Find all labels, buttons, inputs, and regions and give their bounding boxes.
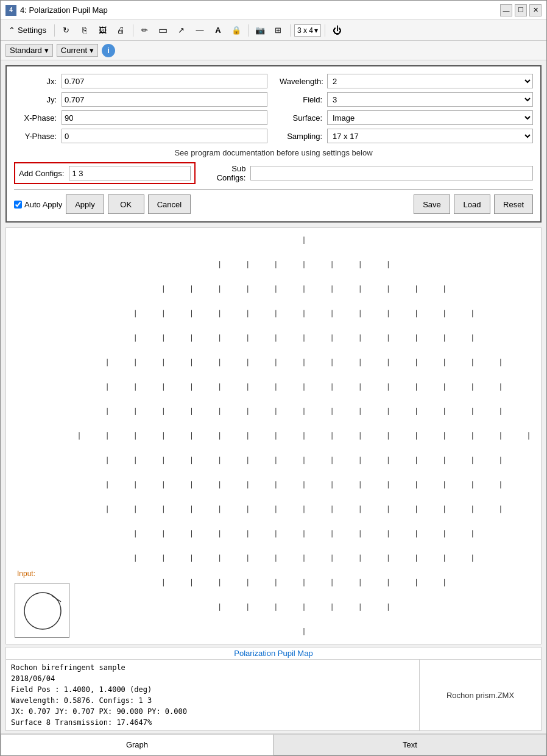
power-button[interactable]: ⏻ (329, 23, 345, 38)
window-title: 4: Polarization Pupil Map (20, 5, 108, 15)
sampling-label: Sampling: (280, 132, 322, 141)
sampling-row: Sampling: 17 x 17 (280, 129, 533, 143)
bottom-tabs: Graph Text (1, 733, 546, 755)
tab-graph[interactable]: Graph (1, 734, 274, 755)
info-line-5: JX: 0.707 JY: 0.707 PX: 90.000 PY: 0.000 (11, 706, 414, 717)
circle-diagram-svg (15, 583, 69, 638)
standard-dropdown[interactable]: Standard ▾ (5, 44, 53, 57)
yphase-row: Y-Phase: (14, 129, 267, 143)
add-configs-input[interactable] (69, 166, 191, 180)
second-toolbar: Standard ▾ Current ▾ i (1, 41, 546, 60)
save-image-button[interactable]: 🖼 (95, 23, 111, 38)
copy-icon: ⎘ (82, 26, 87, 35)
configs-row: Add Configs: Sub Configs: (14, 162, 533, 184)
add-configs-label: Add Configs: (19, 169, 64, 178)
load-button[interactable]: Load (454, 194, 490, 214)
grid-chevron-icon: ▾ (314, 26, 318, 35)
jy-label: Jy: (14, 95, 57, 104)
divider (14, 189, 533, 190)
toolbar-separator-4 (290, 24, 291, 37)
rect-button[interactable]: ▭ (155, 23, 171, 38)
info-text-block: Rochon birefringent sample 2018/06/04 Fi… (6, 660, 419, 730)
field-select[interactable]: 3 (327, 92, 533, 107)
lock-button[interactable]: 🔒 (228, 23, 244, 38)
apply-button[interactable]: Apply (66, 194, 104, 214)
xphase-row: X-Phase: (14, 110, 267, 125)
print-icon: 🖨 (117, 26, 125, 35)
info-line-4: Wavelength: 0.5876. Configs: 1 3 (11, 695, 414, 706)
toolbar-separator-2 (133, 24, 133, 37)
copy-button[interactable]: ⎘ (77, 23, 93, 38)
info-title: Polarization Pupil Map (6, 647, 541, 660)
ok-button[interactable]: OK (108, 194, 144, 214)
settings-panel: Jx: Jy: X-Phase: Y-Phase: (5, 65, 542, 223)
input-polarization-circle (15, 583, 69, 638)
jx-row: Jx: (14, 74, 267, 88)
doc-note: See program documentation before using s… (14, 148, 533, 157)
minimize-button[interactable]: — (500, 4, 512, 16)
title-bar: 4 4: Polarization Pupil Map — ☐ ✕ (1, 1, 546, 20)
yphase-label: Y-Phase: (14, 132, 57, 141)
info-line-3: Field Pos : 1.4000, 1.4000 (deg) (11, 684, 414, 695)
wavelength-select[interactable]: 2 (327, 74, 533, 88)
info-button[interactable]: i (102, 44, 115, 57)
current-dropdown[interactable]: Current ▾ (57, 44, 98, 57)
wavelength-row: Wavelength: 2 (280, 74, 533, 88)
title-bar-left: 4 4: Polarization Pupil Map (5, 5, 108, 16)
standard-label: Standard (10, 46, 42, 55)
plot-area: Input: (5, 227, 542, 644)
standard-chevron-icon: ▾ (44, 46, 49, 55)
sampling-select[interactable]: 17 x 17 (327, 129, 533, 143)
save-image-icon: 🖼 (99, 26, 107, 35)
maximize-button[interactable]: ☐ (515, 4, 527, 16)
field-row: Field: 3 (280, 92, 533, 107)
surface-select[interactable]: Image (327, 110, 533, 125)
jy-input[interactable] (62, 92, 267, 107)
auto-apply-checkbox-label[interactable]: Auto Apply (14, 200, 62, 209)
pencil-icon: ✏ (141, 26, 148, 35)
settings-toggle[interactable]: ⌃ Settings (4, 23, 51, 38)
main-toolbar: ⌃ Settings ⎘ 🖼 🖨 ✏ ▭ ↗ — A 🔒 📷 ⊞ 3 x 4 ▾… (1, 20, 546, 41)
main-window: 4 4: Polarization Pupil Map — ☐ ✕ ⌃ Sett… (0, 0, 547, 756)
reset-button[interactable]: Reset (494, 194, 533, 214)
grid-selector[interactable]: 3 x 4 ▾ (294, 24, 321, 37)
rect-icon: ▭ (158, 24, 168, 36)
camera-button[interactable]: 📷 (252, 23, 268, 38)
lock-icon: 🔒 (231, 26, 241, 35)
field-label: Field: (280, 95, 322, 104)
surface-row: Surface: Image (280, 110, 533, 125)
sub-configs-input[interactable] (250, 166, 533, 180)
xphase-label: X-Phase: (14, 113, 57, 123)
xphase-input[interactable] (62, 110, 267, 125)
yphase-input[interactable] (62, 129, 267, 143)
pencil-button[interactable]: ✏ (137, 23, 153, 38)
toolbar-separator-3 (248, 24, 249, 37)
add-configs-group: Add Configs: (14, 162, 196, 184)
info-line-6: Surface 8 Transmission: 17.4647% (11, 717, 414, 728)
layers-button[interactable]: ⊞ (270, 23, 286, 38)
arrow-button[interactable]: ↗ (174, 23, 189, 38)
print-button[interactable]: 🖨 (113, 23, 129, 38)
jx-input[interactable] (62, 74, 267, 88)
sub-configs-label: Sub Configs: (203, 164, 245, 182)
title-bar-controls: — ☐ ✕ (500, 4, 542, 16)
auto-apply-checkbox[interactable] (14, 201, 22, 209)
sub-configs-group: Sub Configs: (203, 164, 533, 182)
refresh-icon (63, 26, 69, 35)
plot-canvas (6, 228, 541, 644)
current-chevron-icon: ▾ (90, 46, 94, 55)
tab-text[interactable]: Text (274, 734, 546, 755)
svg-line-1 (52, 596, 61, 602)
close-button[interactable]: ✕ (529, 4, 542, 16)
auto-apply-label: Auto Apply (24, 200, 62, 209)
cancel-button[interactable]: Cancel (148, 194, 191, 214)
line-button[interactable]: — (192, 23, 208, 38)
save-button[interactable]: Save (414, 194, 450, 214)
info-body: Rochon birefringent sample 2018/06/04 Fi… (6, 660, 541, 730)
camera-icon: 📷 (255, 26, 265, 35)
info-bar: Polarization Pupil Map Rochon birefringe… (5, 647, 542, 731)
form-grid: Jx: Jy: X-Phase: Y-Phase: (14, 74, 533, 143)
settings-label: Settings (18, 26, 46, 35)
text-button[interactable]: A (210, 23, 226, 38)
refresh-button[interactable] (58, 23, 74, 38)
